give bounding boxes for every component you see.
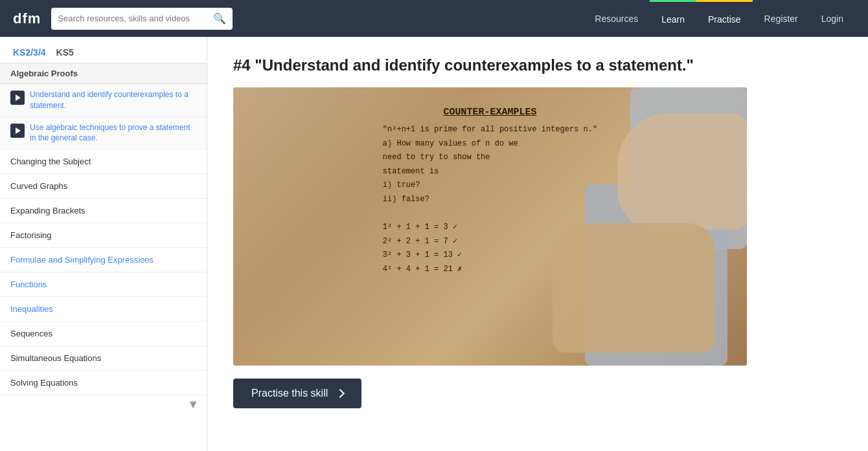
sidebar-item-factorising[interactable]: Factorising <box>0 223 207 248</box>
logo: dfm <box>13 10 41 27</box>
sidebar-video-1[interactable]: Understand and identify counterexamples … <box>0 84 207 117</box>
sidebar-item-curved-graphs[interactable]: Curved Graphs <box>0 174 207 199</box>
page-title: #4 "Understand and identify counterexamp… <box>233 56 842 74</box>
sidebar-item-formulae[interactable]: Formulae and Simplifying Expressions <box>0 248 207 272</box>
search-icon: 🔍 <box>213 12 226 25</box>
image-subtitle: "n²+n+1 is prime for all positive intege… <box>383 123 597 137</box>
nav-register[interactable]: Register <box>753 0 810 37</box>
play-icon-2 <box>10 124 25 138</box>
image-text: COUNTER-EXAMPLES "n²+n+1 is prime for al… <box>383 107 597 277</box>
practise-skill-label: Practise this skill <box>251 388 328 399</box>
play-icon-1 <box>10 91 25 105</box>
sidebar: KS2/3/4 KS5 Algebraic Proofs Understand … <box>0 37 207 451</box>
chevron-right-icon <box>336 389 345 398</box>
main-content: #4 "Understand and identify counterexamp… <box>207 37 868 451</box>
image-line-4: ii) false? <box>383 193 597 207</box>
tab-ks234[interactable]: KS2/3/4 <box>13 47 46 58</box>
content-image: COUNTER-EXAMPLES "n²+n+1 is prime for al… <box>233 87 747 366</box>
sidebar-section-title: Algebraic Proofs <box>0 63 207 84</box>
image-line-5 <box>383 207 597 221</box>
search-bar[interactable]: 🔍 <box>51 8 233 30</box>
search-input[interactable] <box>58 14 213 23</box>
nav-learn[interactable]: Learn <box>650 0 696 37</box>
page-layout: KS2/3/4 KS5 Algebraic Proofs Understand … <box>0 37 868 451</box>
sidebar-item-functions[interactable]: Functions <box>0 272 207 297</box>
image-line-2: statement is <box>383 165 597 179</box>
image-line-1: need to try to show the <box>383 151 597 165</box>
tab-ks5[interactable]: KS5 <box>56 47 74 58</box>
scroll-indicator: ▼ <box>0 395 207 414</box>
nav-practise[interactable]: Practise <box>696 0 753 37</box>
image-line-3: i) true? <box>383 179 597 193</box>
video-link-1[interactable]: Understand and identify counterexamples … <box>30 89 196 111</box>
sidebar-item-simultaneous[interactable]: Simultaneous Equations <box>0 346 207 371</box>
image-line-7: 2² + 2 + 1 = 7 ✓ <box>383 235 597 249</box>
nav-resources[interactable]: Resources <box>583 0 650 37</box>
sidebar-item-inequalities[interactable]: Inequalities <box>0 297 207 322</box>
image-line-8: 3² + 3 + 1 = 13 ✓ <box>383 248 597 263</box>
image-line-9: 4² + 4 + 1 = 21 ✗ <box>383 263 597 277</box>
image-line-0: a) How many values of n do we <box>383 137 597 151</box>
main-nav: Resources Learn Practise Register Login <box>583 0 855 37</box>
hand-right <box>617 113 747 230</box>
sidebar-item-changing-subject[interactable]: Changing the Subject <box>0 149 207 174</box>
sidebar-item-sequences[interactable]: Sequences <box>0 322 207 346</box>
image-content: "n²+n+1 is prime for all positive intege… <box>383 123 597 277</box>
image-inner: COUNTER-EXAMPLES "n²+n+1 is prime for al… <box>233 87 747 366</box>
sidebar-list: Algebraic Proofs Understand and identify… <box>0 63 207 414</box>
image-counter-examples-title: COUNTER-EXAMPLES <box>383 107 597 118</box>
sidebar-item-expanding-brackets[interactable]: Expanding Brackets <box>0 199 207 223</box>
image-line-6: 1² + 1 + 1 = 3 ✓ <box>383 221 597 235</box>
video-link-2[interactable]: Use algebraic techniques to prove a stat… <box>30 122 196 144</box>
sidebar-tabs: KS2/3/4 KS5 <box>0 37 207 63</box>
practise-skill-button[interactable]: Practise this skill <box>233 379 361 408</box>
sidebar-item-solving[interactable]: Solving Equations <box>0 371 207 395</box>
header: dfm 🔍 Resources Learn Practise Register … <box>0 0 868 37</box>
nav-login[interactable]: Login <box>810 0 855 37</box>
sidebar-video-2[interactable]: Use algebraic techniques to prove a stat… <box>0 117 207 150</box>
